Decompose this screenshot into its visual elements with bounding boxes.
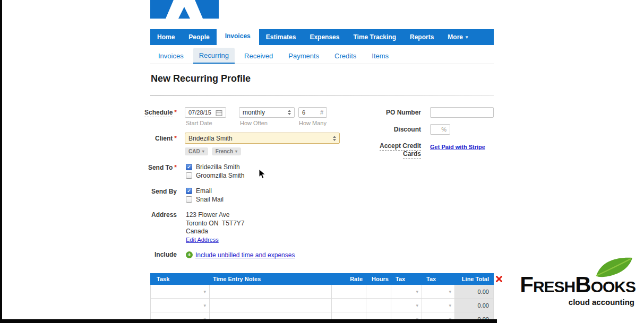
delete-row-button[interactable] — [495, 275, 503, 285]
subnav-items[interactable]: Items — [366, 48, 394, 64]
nav-time-tracking[interactable]: Time Tracking — [346, 29, 402, 45]
column-header-hours: Hours — [366, 273, 391, 285]
client-select[interactable]: Bridezilla Smith — [185, 133, 340, 144]
wordmark-letter: B — [575, 272, 590, 297]
calendar-icon[interactable] — [216, 109, 222, 116]
subnav-recurring[interactable]: Recurring — [193, 48, 235, 64]
start-date-value: 07/28/15 — [188, 109, 211, 116]
how-often-caption: How Often — [240, 120, 268, 126]
chevron-down-icon: ▾ — [203, 303, 209, 308]
tax-select-cell[interactable]: ▾ — [391, 299, 422, 312]
checkbox-label: Snail Mail — [196, 196, 224, 203]
close-icon — [495, 275, 503, 283]
line-total-cell: 0.00 — [455, 299, 494, 312]
wordmark-letter: F — [520, 272, 533, 297]
subnav-payments[interactable]: Payments — [282, 48, 325, 64]
hours-cell[interactable] — [366, 299, 391, 312]
column-header-rate: Rate — [332, 273, 366, 285]
chevron-down-icon: ▾ — [202, 149, 204, 154]
chevron-down-icon: ▾ — [466, 34, 468, 40]
send-to-option-row: ✓ Bridezilla Smith — [186, 163, 240, 171]
time-entry-notes-cell[interactable] — [210, 285, 332, 298]
mouse-cursor — [259, 169, 266, 181]
currency-value: CAD — [188, 149, 200, 154]
start-date-input[interactable]: 07/28/15 — [185, 107, 226, 118]
line-items-header: Task Time Entry Notes Rate Hours Tax Tax… — [150, 273, 494, 285]
nav-invoices[interactable]: Invoices — [217, 27, 259, 45]
freshbooks-logo[interactable] — [150, 0, 219, 19]
client-label-text: Client — [155, 135, 173, 142]
chevron-down-icon: ▾ — [416, 303, 422, 308]
address-line: Toronto ON T5T7Y7 — [186, 220, 245, 228]
send-to-option-row: Groomzilla Smith — [186, 172, 244, 179]
how-many-input[interactable]: 6 # — [298, 107, 327, 118]
address-line: 123 Flower Ave — [186, 211, 230, 220]
nav-more[interactable]: More ▾ — [441, 29, 475, 45]
edit-address-link[interactable]: Edit Address — [186, 237, 219, 243]
chevron-down-icon: ▾ — [449, 303, 454, 308]
hours-cell[interactable] — [366, 285, 391, 298]
how-often-value: monthly — [243, 109, 265, 116]
nav-home[interactable]: Home — [150, 29, 182, 45]
how-often-select[interactable]: monthly — [239, 107, 295, 118]
send-to-label: Send To* — [125, 164, 177, 172]
subnav-credits[interactable]: Credits — [329, 48, 362, 64]
rate-cell[interactable] — [332, 299, 366, 312]
tax-select-cell[interactable]: ▾ — [422, 299, 455, 312]
address-label: Address — [125, 211, 177, 219]
client-value: Bridezilla Smith — [188, 135, 233, 142]
select-arrows-icon — [288, 110, 291, 115]
po-number-label-text: PO Number — [386, 109, 421, 116]
get-paid-with-stripe-link[interactable]: Get Paid with Stripe — [430, 144, 485, 150]
nav-expenses[interactable]: Expenses — [303, 29, 346, 45]
chevron-down-icon: ▾ — [416, 289, 422, 294]
add-icon[interactable]: + — [186, 251, 193, 258]
accept-credit-cards-label: Accept Credit Cards — [369, 142, 421, 158]
title-divider — [150, 95, 494, 96]
required-asterisk: * — [174, 164, 177, 171]
currency-dropdown[interactable]: CAD ▾ — [185, 147, 208, 155]
time-entry-notes-cell[interactable] — [210, 299, 332, 312]
rate-cell[interactable] — [332, 285, 366, 298]
column-header-tax-2: Tax — [422, 273, 455, 285]
brand-tagline: cloud accounting — [569, 298, 634, 307]
nav-reports[interactable]: Reports — [403, 29, 441, 45]
schedule-label-text: Schedule — [144, 109, 173, 117]
column-header-line-total: Line Total — [455, 273, 494, 285]
checkbox-send-to-groomzilla[interactable] — [186, 172, 192, 179]
required-asterisk: * — [174, 135, 177, 142]
frame-edge — [0, 0, 2, 323]
language-dropdown[interactable]: French ▾ — [212, 147, 241, 155]
frame-edge — [0, 319, 497, 323]
invoices-subnav: Invoices Recurring Received Payments Cre… — [150, 48, 494, 64]
send-to-label-text: Send To — [148, 164, 173, 171]
chevron-down-icon: ▾ — [203, 289, 209, 294]
language-value: French — [216, 149, 233, 154]
po-number-label: PO Number — [369, 109, 421, 117]
include-label-text: Include — [154, 251, 177, 258]
po-number-input[interactable] — [430, 107, 494, 118]
nav-estimates[interactable]: Estimates — [259, 29, 303, 45]
table-row: ▾ ▾ ▾ 0.00 — [150, 285, 494, 299]
task-select-cell[interactable]: ▾ — [150, 299, 210, 312]
tax-select-cell[interactable]: ▾ — [391, 285, 422, 298]
checkbox-send-by-email[interactable]: ✓ — [186, 188, 192, 194]
checkbox-label: Email — [196, 187, 212, 195]
column-header-time-entry-notes: Time Entry Notes — [210, 273, 332, 285]
schedule-label: Schedule* — [125, 109, 177, 117]
discount-label-text: Discount — [394, 126, 421, 133]
checkbox-label: Groomzilla Smith — [196, 172, 244, 179]
discount-input[interactable]: % — [430, 124, 450, 135]
column-header-tax-1: Tax — [391, 273, 422, 285]
subnav-received[interactable]: Received — [238, 48, 279, 64]
freshbooks-logo-mark — [150, 0, 219, 19]
subnav-invoices[interactable]: Invoices — [152, 48, 190, 64]
tax-select-cell[interactable]: ▾ — [422, 285, 455, 298]
required-asterisk: * — [174, 109, 177, 116]
checkbox-send-by-snail-mail[interactable] — [186, 196, 192, 203]
task-select-cell[interactable]: ▾ — [150, 285, 210, 298]
nav-people[interactable]: People — [182, 29, 216, 45]
checkbox-send-to-bridezilla[interactable]: ✓ — [186, 164, 192, 170]
discount-label: Discount — [369, 126, 421, 134]
include-unbilled-link[interactable]: Include unbilled time and expenses — [195, 251, 295, 259]
